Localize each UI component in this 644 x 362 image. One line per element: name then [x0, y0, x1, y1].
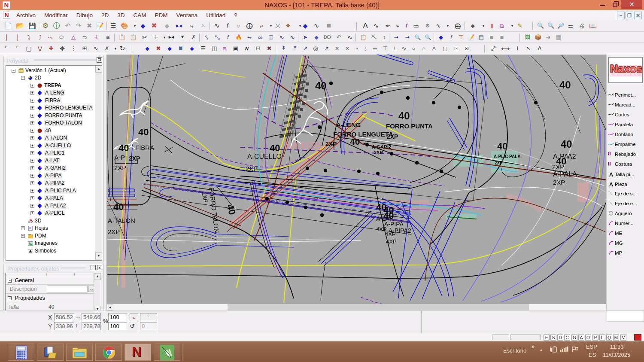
- svg-text:40: 40: [138, 127, 149, 137]
- svg-text:FORRO PUNTA: FORRO PUNTA: [386, 122, 433, 130]
- svg-text:40: 40: [270, 143, 280, 153]
- svg-text:A-LENG: A-LENG: [336, 121, 361, 128]
- svg-text:NAXOS: NAXOS: [284, 140, 321, 151]
- svg-text:A-GARI2: A-GARI2: [372, 144, 391, 149]
- svg-text:A-CUELLO: A-CUELLO: [247, 153, 282, 160]
- svg-text:A-TALON: A-TALON: [108, 217, 135, 224]
- svg-text:2XP: 2XP: [325, 140, 337, 147]
- svg-text:2XP: 2XP: [129, 155, 140, 162]
- svg-text:A2: A2: [568, 153, 576, 160]
- svg-text:2XP: 2XP: [246, 165, 258, 172]
- svg-text:2XP: 2XP: [374, 150, 383, 155]
- svg-text:A-PIPA: A-PIPA: [384, 221, 404, 228]
- svg-text:40: 40: [398, 110, 410, 122]
- svg-text:A-PALA: A-PALA: [553, 170, 577, 178]
- svg-text:40: 40: [118, 143, 129, 153]
- svg-text:40: 40: [559, 79, 571, 91]
- svg-text:40: 40: [113, 201, 124, 212]
- svg-text:40: 40: [497, 141, 507, 152]
- svg-text:A-PLIC PALA: A-PLIC PALA: [494, 154, 521, 159]
- svg-text:40: 40: [315, 80, 327, 91]
- svg-text:2XP: 2XP: [552, 163, 564, 170]
- svg-text:2XP: 2XP: [495, 161, 503, 165]
- svg-text:2XP: 2XP: [114, 164, 126, 171]
- svg-text:4XP: 4XP: [385, 231, 396, 237]
- svg-text:A-P: A-P: [114, 154, 125, 161]
- svg-text:40: 40: [350, 137, 360, 146]
- svg-text:2XP: 2XP: [387, 133, 398, 140]
- svg-text:40: 40: [561, 138, 572, 150]
- svg-text:2XP: 2XP: [553, 179, 565, 186]
- svg-text:FIBRA: FIBRA: [135, 144, 154, 151]
- svg-text:4XP: 4XP: [386, 238, 397, 245]
- svg-text:FORRO LENGUETA: FORRO LENGUETA: [333, 131, 393, 138]
- svg-text:2XP: 2XP: [108, 228, 120, 235]
